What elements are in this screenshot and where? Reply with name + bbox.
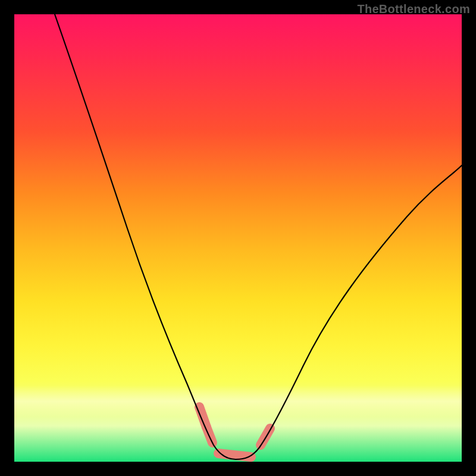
chart-svg [14,14,462,462]
valley-marker-group [199,407,270,457]
chart-frame: TheBottleneck.com [0,0,476,476]
bottleneck-curve [55,14,462,459]
watermark-text: TheBottleneck.com [357,2,470,16]
plot-area [14,14,462,462]
